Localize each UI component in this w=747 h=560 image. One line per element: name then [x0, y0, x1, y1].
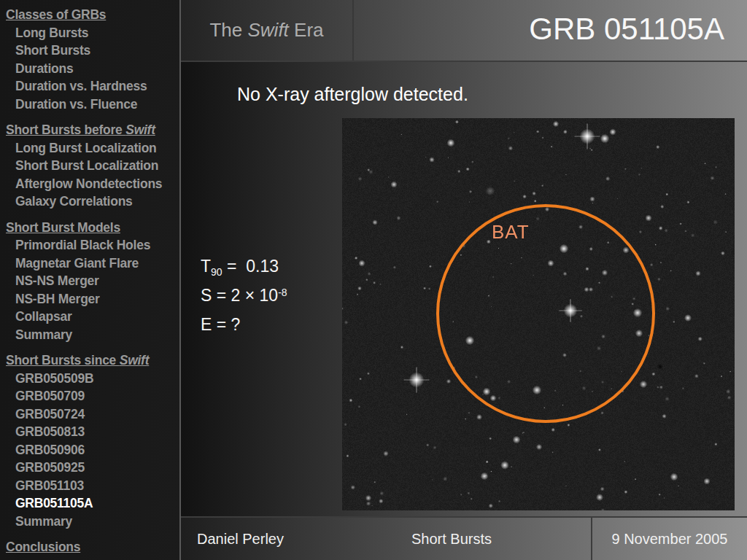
sidebar-item-collapsar[interactable]: Collapsar: [6, 308, 179, 326]
param-t90: T90 = 0.13: [201, 257, 287, 286]
sidebar-item-short-bursts[interactable]: Short Bursts: [6, 42, 179, 60]
sidebar-item-primordial-black-holes[interactable]: Primordial Black Holes: [6, 236, 179, 254]
subtitle-post: Era: [289, 19, 324, 41]
t90-subscript: 90: [211, 266, 222, 278]
sidebar-section-short-bursts-since[interactable]: Short Bursts since Swift: [6, 351, 179, 370]
sidebar-item-grb050509b[interactable]: GRB050509B: [6, 370, 179, 388]
sidebar-item-grb051103[interactable]: GRB051103: [6, 477, 179, 495]
statement-text: No X-ray afterglow detected.: [237, 84, 468, 105]
sidebar-item-long-burst-localization[interactable]: Long Burst Localization: [6, 139, 179, 158]
sidebar-item-duration-vs-fluence[interactable]: Duration vs. Fluence: [6, 96, 179, 114]
burst-parameters: T90 = 0.13 S = 2 × 10-8 E = ?: [201, 257, 287, 344]
sidebar-item-duration-vs-hardness[interactable]: Duration vs. Hardness: [6, 77, 179, 96]
sidebar-item-magnetar-giant-flare[interactable]: Magnetar Giant Flare: [6, 254, 179, 273]
header-divider: [352, 0, 354, 61]
presentation-subtitle: The Swift Era: [181, 19, 352, 42]
slide-body: No X-ray afterglow detected. T90 = 0.13 …: [181, 62, 747, 516]
sidebar-item-grb050925[interactable]: GRB050925: [6, 459, 179, 477]
sidebar-item-grb050906[interactable]: GRB050906: [6, 441, 179, 459]
sidebar-item-summary[interactable]: Summary: [6, 513, 179, 531]
energy-value: E = ?: [201, 315, 240, 334]
sidebar-item-ns-bh-merger[interactable]: NS-BH Merger: [6, 290, 179, 308]
sidebar-item-ns-ns-merger[interactable]: NS-NS Merger: [6, 272, 179, 290]
sidebar-item-grb051105a[interactable]: GRB051105A: [6, 494, 179, 513]
footer-section: Short Bursts: [371, 518, 532, 560]
sky-image: BAT: [342, 118, 735, 510]
sidebar-item-galaxy-correlations[interactable]: Galaxy Correlations: [6, 192, 179, 211]
bat-error-circle: [436, 204, 655, 423]
footer-author: Daniel Perley: [197, 518, 284, 560]
sidebar-item-durations[interactable]: Durations: [6, 60, 179, 78]
sidebar-item-grb050709[interactable]: GRB050709: [6, 387, 179, 405]
param-energy: E = ?: [201, 315, 287, 344]
sidebar-section-classes-of-grbs[interactable]: Classes of GRBs: [6, 6, 179, 24]
slide-header: The Swift Era GRB 051105A: [181, 0, 747, 62]
sidebar-item-grb050724[interactable]: GRB050724: [6, 405, 179, 424]
sidebar-section-conclusions[interactable]: Conclusions: [6, 538, 179, 556]
sidebar-section-short-bursts-before[interactable]: Short Bursts before Swift: [6, 121, 179, 139]
sidebar-item-short-burst-localization[interactable]: Short Burst Localization: [6, 157, 179, 175]
sidebar-item-grb050813[interactable]: GRB050813: [6, 423, 179, 441]
sidebar-item-summary[interactable]: Summary: [6, 326, 179, 344]
slide-footer: Daniel Perley Short Bursts 9 November 20…: [181, 516, 747, 560]
subtitle-pre: The: [209, 19, 247, 41]
sidebar-nav: Classes of GRBsLong BurstsShort BurstsDu…: [0, 0, 179, 556]
footer-date: 9 November 2005: [592, 518, 747, 560]
sidebar: Classes of GRBsLong BurstsShort BurstsDu…: [0, 0, 181, 560]
subtitle-italic: Swift: [248, 19, 289, 41]
t90-symbol: T: [201, 257, 211, 276]
sidebar-section-short-burst-models[interactable]: Short Burst Models: [6, 219, 179, 237]
param-fluence: S = 2 × 10-8: [201, 286, 287, 315]
sidebar-item-afterglow-nondetections[interactable]: Afterglow Nondetections: [6, 175, 179, 193]
fluence-value: S = 2 × 10: [201, 286, 278, 305]
slide: The Swift Era GRB 051105A No X-ray after…: [181, 0, 747, 560]
sidebar-item-long-bursts[interactable]: Long Bursts: [6, 24, 179, 42]
bat-label: BAT: [492, 221, 530, 244]
fluence-exponent: -8: [278, 287, 287, 298]
slide-title: GRB 051105A: [529, 12, 724, 47]
t90-value: = 0.13: [222, 257, 279, 276]
